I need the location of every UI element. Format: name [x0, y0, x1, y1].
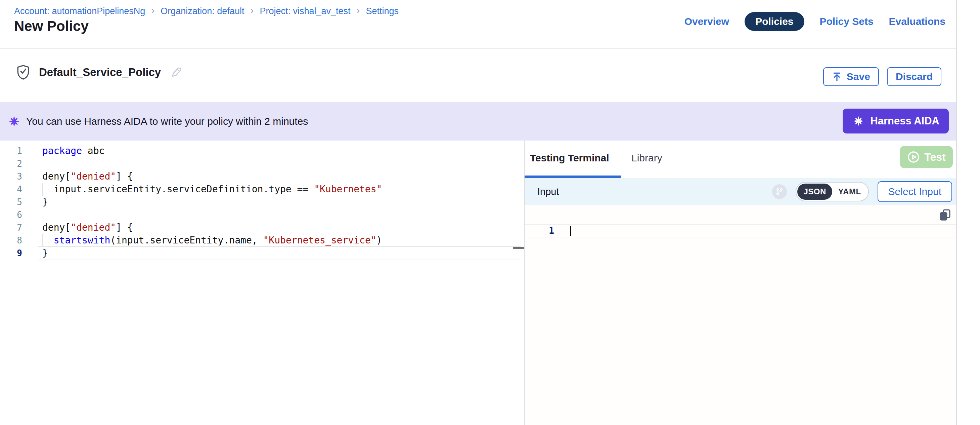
page-header: Account: automationPipelinesNg›Organizat…: [0, 0, 956, 49]
test-button-label: Test: [924, 151, 945, 163]
input-code-editor[interactable]: 1: [525, 205, 956, 425]
save-button[interactable]: Save: [823, 67, 879, 86]
line-number: 5: [0, 196, 22, 208]
code-line[interactable]: 5}: [0, 196, 524, 208]
code-line[interactable]: 4 input.serviceEntity.serviceDefinition.…: [0, 183, 524, 196]
tab-library[interactable]: Library: [632, 141, 662, 176]
line-number: 4: [0, 183, 22, 196]
line-number: 9: [0, 247, 22, 260]
line-number: 1: [544, 225, 554, 237]
code-text: package abc: [42, 145, 105, 157]
line-number: 1: [0, 145, 22, 157]
tab-testing-terminal[interactable]: Testing Terminal: [530, 141, 609, 176]
code-line[interactable]: 8 startswith(input.serviceEntity.name, "…: [0, 234, 524, 247]
page-title: New Policy: [14, 18, 89, 34]
input-label: Input: [537, 186, 559, 197]
content-right-border: [956, 0, 957, 425]
breadcrumb-item[interactable]: Organization: default: [161, 6, 244, 16]
policy-toolbar: Default_Service_Policy Save: [0, 49, 956, 102]
line-number: 2: [0, 157, 22, 170]
toggle-option-json[interactable]: JSON: [797, 184, 832, 200]
nav-item-overview[interactable]: Overview: [684, 12, 729, 31]
code-text: }: [42, 196, 48, 208]
play-circle-icon: [907, 150, 920, 164]
git-branch-icon[interactable]: [772, 184, 787, 199]
toggle-option-yaml[interactable]: YAML: [832, 184, 867, 200]
discard-button-label: Discard: [896, 71, 933, 82]
policy-nav-tabs: OverviewPoliciesPolicy SetsEvaluations: [684, 11, 945, 32]
select-input-label: Select Input: [888, 186, 941, 197]
code-line[interactable]: 1package abc: [0, 145, 524, 157]
input-code-line[interactable]: 1: [525, 224, 956, 237]
input-header-bar: Input JSONYAML Select Input: [525, 178, 956, 205]
current-line-highlight: [38, 246, 521, 260]
input-header-controls: JSONYAML Select Input: [772, 181, 952, 202]
code-line[interactable]: 3deny["denied"] {: [0, 170, 524, 183]
test-button[interactable]: Test: [900, 146, 953, 168]
policy-name: Default_Service_Policy: [39, 66, 161, 79]
code-line[interactable]: 6: [0, 208, 524, 221]
json-yaml-toggle: JSONYAML: [795, 182, 869, 201]
chevron-right-icon: ›: [151, 5, 154, 16]
breadcrumb: Account: automationPipelinesNg›Organizat…: [14, 5, 399, 17]
harness-aida-button-label: Harness AIDA: [870, 115, 939, 127]
save-button-label: Save: [847, 71, 870, 82]
policy-title-group: Default_Service_Policy: [16, 65, 183, 80]
chevron-right-icon: ›: [357, 5, 360, 16]
code-text: startswith(input.serviceEntity.name, "Ku…: [42, 234, 382, 247]
code-line[interactable]: 2: [0, 157, 524, 170]
toolbar-actions: Save Discard: [823, 67, 941, 86]
nav-item-policy-sets[interactable]: Policy Sets: [820, 12, 873, 31]
breadcrumb-item[interactable]: Account: automationPipelinesNg: [14, 6, 145, 16]
discard-button[interactable]: Discard: [887, 67, 941, 86]
aida-banner-message: You can use Harness AIDA to write your p…: [26, 116, 308, 127]
nav-item-evaluations[interactable]: Evaluations: [889, 12, 945, 31]
code-line[interactable]: 7deny["denied"] {: [0, 221, 524, 234]
active-tab-underline: [525, 176, 621, 178]
text-cursor: [570, 226, 571, 236]
code-text: input.serviceEntity.serviceDefinition.ty…: [42, 183, 382, 196]
new-policy-page: Account: automationPipelinesNg›Organizat…: [0, 0, 980, 425]
testing-panel: Testing Terminal Library Test Input: [525, 141, 956, 425]
policy-code-editor[interactable]: 1package abc23deny["denied"] {4 input.se…: [0, 141, 524, 425]
select-input-button[interactable]: Select Input: [878, 181, 952, 202]
nav-item-policies[interactable]: Policies: [745, 12, 804, 31]
breadcrumb-item[interactable]: Settings: [366, 6, 399, 16]
breadcrumb-item[interactable]: Project: vishal_av_test: [259, 6, 350, 16]
upload-arrow-icon: [832, 72, 842, 82]
chevron-right-icon: ›: [250, 5, 254, 16]
harness-aida-button[interactable]: Harness AIDA: [843, 109, 949, 134]
code-text: deny["denied"] {: [42, 221, 133, 234]
aida-flower-icon: [852, 115, 865, 128]
aida-banner: You can use Harness AIDA to write your p…: [0, 102, 956, 141]
aida-flower-icon: [7, 115, 21, 128]
code-text: deny["denied"] {: [42, 170, 133, 183]
code-line[interactable]: 9}: [0, 247, 524, 260]
copy-icon[interactable]: [938, 208, 952, 223]
line-number: 6: [0, 208, 22, 221]
pencil-icon[interactable]: [170, 66, 183, 79]
line-number: 7: [0, 221, 22, 234]
shield-check-icon: [16, 65, 30, 80]
line-number: 8: [0, 234, 22, 247]
panel-tabs: Testing Terminal Library Test: [525, 141, 956, 178]
line-number: 3: [0, 170, 22, 183]
code-text: }: [42, 247, 48, 260]
